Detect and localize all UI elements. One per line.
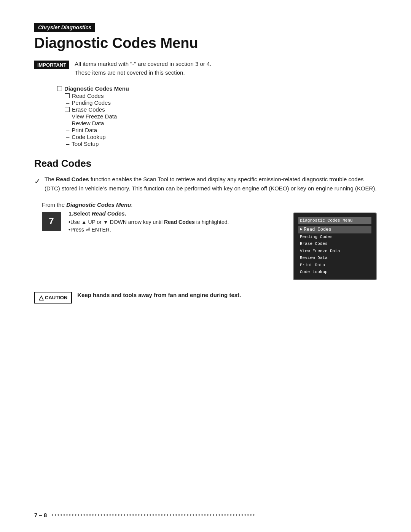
caution-box: △ CAUTION Keep hands and tools away from… xyxy=(34,291,377,304)
bullet-2-text: •Press ⏎ ENTER. xyxy=(68,227,111,233)
menu-label-lookup: Code Lookup xyxy=(72,134,105,140)
caution-badge: △ CAUTION xyxy=(34,292,72,304)
dash-icon-freeze: – xyxy=(66,113,69,120)
screen-item-freeze: View Freeze Data xyxy=(298,248,371,255)
page-title: Diagnostic Codes Menu xyxy=(34,35,377,51)
read-codes-text: The Read Codes function enables the Scan… xyxy=(45,175,377,193)
screen-item-erase: Erase Codes xyxy=(298,240,371,248)
step-instructions: 1.Select Read Codes. •Use ▲ UP or ▼ DOWN… xyxy=(68,210,285,280)
menu-label-freeze: View Freeze Data xyxy=(72,113,117,120)
menu-root-item: Diagnostic Codes Menu xyxy=(57,85,377,92)
checkbox-icon-read xyxy=(65,93,70,98)
bullet-2: •Press ⏎ ENTER. xyxy=(68,227,285,233)
bullet-1-text: •Use ▲ UP or ▼ DOWN arrow key until Read… xyxy=(68,219,229,225)
caution-text: Keep hands and tools away from fan and e… xyxy=(77,291,241,300)
checkbox-icon-erase xyxy=(65,107,70,112)
menu-item-lookup: – Code Lookup xyxy=(65,134,377,140)
menu-item-freeze: – View Freeze Data xyxy=(65,113,377,120)
menu-item-pending: – Pending Codes xyxy=(65,99,377,106)
screen-item-pending: Pending Codes xyxy=(298,233,371,241)
caution-triangle-icon: △ xyxy=(39,294,43,301)
step-block: 7 1.Select Read Codes. •Use ▲ UP or ▼ DO… xyxy=(42,210,377,280)
dash-icon-pending: – xyxy=(66,99,69,106)
caution-label: CAUTION xyxy=(45,295,67,300)
menu-label-pending: Pending Codes xyxy=(72,99,111,106)
important-line1: All items marked with "-" are covered in… xyxy=(75,61,211,67)
from-menu-label: Diagnostic Codes Menu xyxy=(66,201,131,208)
dash-icon-print: – xyxy=(66,127,69,133)
step-title: 1.Select Read Codes. xyxy=(68,210,285,217)
page-footer: 7 – 8 ••••••••••••••••••••••••••••••••••… xyxy=(34,512,377,518)
important-box: IMPORTANT All items marked with "-" are … xyxy=(34,60,377,77)
screen-mockup: Diagnostic Codes Menu ► Read Codes Pendi… xyxy=(293,212,377,280)
step-number: 7 xyxy=(42,212,61,231)
menu-label-review: Review Data xyxy=(72,120,104,126)
screen-item-lookup: Code Lookup xyxy=(298,268,371,276)
from-label: From the Diagnostic Codes Menu: xyxy=(42,201,377,208)
menu-label-read-codes: Read Codes xyxy=(72,93,104,99)
footer-dots: ••••••••••••••••••••••••••••••••••••••••… xyxy=(47,512,377,518)
menu-root-label: Diagnostic Codes Menu xyxy=(64,85,129,92)
para-bold: Read Codes xyxy=(56,176,89,182)
read-codes-title: Read Codes xyxy=(34,158,377,169)
sub-menu: Read Codes – Pending Codes Erase Codes –… xyxy=(65,93,377,147)
menu-list: Diagnostic Codes Menu Read Codes – Pendi… xyxy=(57,85,377,147)
bullet-1: •Use ▲ UP or ▼ DOWN arrow key until Read… xyxy=(68,219,285,225)
important-text: All items marked with "-" are covered in… xyxy=(75,60,211,77)
screen-selected-item: ► Read Codes xyxy=(298,226,371,233)
checkbox-icon xyxy=(57,86,62,91)
screen-title: Diagnostic Codes Menu xyxy=(298,217,371,224)
important-badge: IMPORTANT xyxy=(34,61,69,69)
para-post: function enables the Scan Tool to retrie… xyxy=(45,176,377,192)
important-line2: These items are not covered in this sect… xyxy=(75,69,185,76)
menu-label-setup: Tool Setup xyxy=(72,141,99,147)
dash-icon-review: – xyxy=(66,120,69,126)
header-bar: Chrysler Diagnostics xyxy=(34,23,95,32)
menu-label-erase: Erase Codes xyxy=(72,106,105,113)
menu-item-read-codes: Read Codes xyxy=(65,93,377,99)
checkmark-icon: ✓ xyxy=(34,175,41,187)
menu-item-print: – Print Data xyxy=(65,127,377,133)
screen-arrow-icon: ► xyxy=(300,226,303,233)
read-codes-para: ✓ The Read Codes function enables the Sc… xyxy=(34,175,377,193)
step-title-bold: Read Codes xyxy=(92,210,125,217)
menu-item-erase: Erase Codes xyxy=(65,106,377,113)
screen-item-review: Review Data xyxy=(298,254,371,262)
screen-item-read: Read Codes xyxy=(304,226,331,233)
menu-item-setup: – Tool Setup xyxy=(65,141,377,147)
menu-item-review: – Review Data xyxy=(65,120,377,126)
footer-page-ref: 7 – 8 xyxy=(34,512,47,518)
screen-item-print: Print Data xyxy=(298,262,371,269)
dash-icon-lookup: – xyxy=(66,134,69,140)
para-pre: The xyxy=(45,176,56,182)
dash-icon-setup: – xyxy=(66,141,69,147)
menu-label-print: Print Data xyxy=(72,127,97,133)
